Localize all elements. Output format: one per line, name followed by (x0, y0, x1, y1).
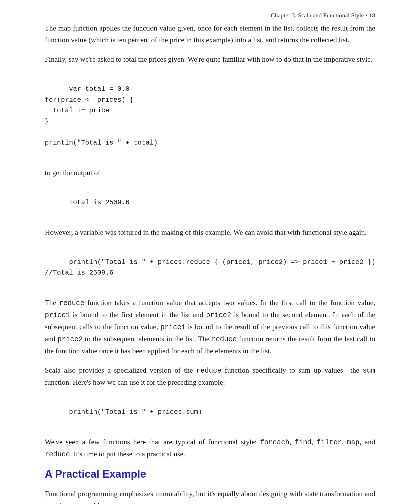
paragraph-2: Finally, say we're asked to total the pr… (45, 54, 375, 65)
paragraph-3: to get the output of (45, 167, 375, 179)
page: Chapter 3. Scala and Functional Style • … (0, 0, 420, 504)
p5-text2: function takes a function value that acc… (84, 299, 375, 307)
paragraph-5: The reduce function takes a function val… (45, 297, 375, 357)
code-block-2-text: Total is 2509.6 (69, 199, 129, 206)
p7-find: find (295, 438, 311, 447)
p5-price1a: price1 (45, 311, 70, 319)
p6-text3: function. Here's how we can use it for t… (45, 378, 225, 386)
p7-map: map (347, 438, 360, 447)
p1-text: The map function applies the function va… (45, 24, 375, 44)
p7-comma1: , (290, 438, 295, 446)
p7-comma2: , (311, 438, 316, 446)
p5-reduce2: reduce (211, 335, 237, 343)
p5-reduce1: reduce (59, 299, 84, 307)
code-block-1-text: var total = 0.0 for(price <- prices) { t… (45, 85, 158, 147)
code-block-4-text: println("Total is " + prices.sum) (69, 408, 202, 416)
p7-text2: , and (360, 438, 375, 446)
p3-text: to get the output of (45, 169, 100, 177)
p6-sum: sum (363, 367, 375, 375)
code-block-2: Total is 2509.6 (45, 187, 375, 219)
p6-text2: function specifically to sum up values—t… (221, 366, 363, 374)
p5-text6: to the subsequent elements in the list. … (83, 335, 211, 343)
code-block-3-text: println("Total is " + prices.reduce { (p… (45, 258, 375, 277)
p6-text1: Scala also provides a specialized versio… (45, 366, 196, 374)
chapter-header-text: Chapter 3. Scala and Functional Style • … (271, 12, 375, 19)
p5-price2a: price2 (206, 311, 231, 319)
p7-comma3: , (342, 438, 347, 446)
p7-reduce: reduce (45, 450, 70, 459)
p5-text3: is bound to the first element in the lis… (70, 311, 206, 319)
p5-text1: The (45, 299, 59, 307)
section-heading-text: A Practical Example (45, 468, 146, 480)
code-block-1: var total = 0.0 for(price <- prices) { t… (45, 73, 375, 159)
p7-filter: filter (317, 438, 342, 447)
p7-foreach: foreach (260, 438, 290, 447)
p6-reduce: reduce (196, 367, 221, 375)
p7-text1: We've seen a few functions here that are… (45, 438, 260, 446)
paragraph-1: The map function applies the function va… (45, 22, 375, 46)
paragraph-7: We've seen a few functions here that are… (45, 436, 375, 460)
p8-text: Functional programming emphasizes immuta… (45, 490, 375, 504)
p2-text: Finally, say we're asked to total the pr… (45, 55, 372, 63)
p7-text3: . It's time to put these to a practical … (70, 450, 185, 458)
p4-text: However, a variable was tortured in the … (45, 228, 367, 236)
paragraph-4: However, a variable was tortured in the … (45, 227, 375, 238)
code-block-3: println("Total is " + prices.reduce { (p… (45, 246, 375, 289)
page-content: The map function applies the function va… (45, 22, 375, 504)
p5-price1b: price1 (160, 323, 186, 331)
code-block-4: println("Total is " + prices.sum) (45, 396, 375, 428)
section-heading: A Practical Example (45, 468, 375, 480)
p5-price2b: price2 (57, 335, 83, 343)
chapter-header: Chapter 3. Scala and Functional Style • … (271, 12, 375, 19)
paragraph-8: Functional programming emphasizes immuta… (45, 488, 375, 504)
paragraph-6: Scala also provides a specialized versio… (45, 364, 375, 388)
